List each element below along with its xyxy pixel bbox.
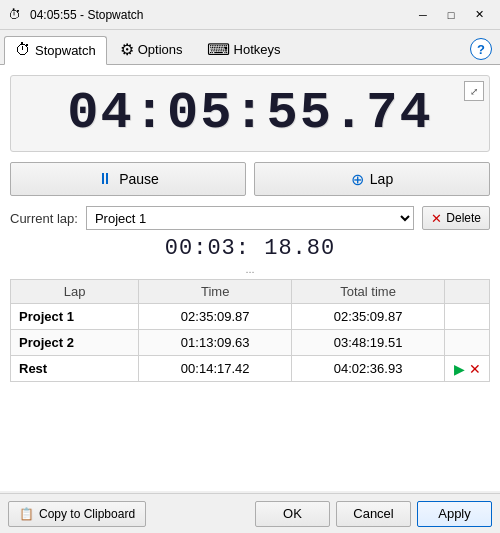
close-button[interactable]: ✕ <box>466 4 492 26</box>
cell-total-time: 04:02:36.93 <box>292 356 445 382</box>
app-icon: ⏱ <box>8 7 24 23</box>
lap-time-display: 00:03: 18.80 <box>10 236 490 261</box>
clipboard-label: Copy to Clipboard <box>39 507 135 521</box>
table-row: Rest00:14:17.4204:02:36.93▶✕ <box>11 356 490 382</box>
tab-bar: ⏱ Stopwatch ⚙ Options ⌨ Hotkeys ? <box>0 30 500 65</box>
dialog-buttons: OK Cancel Apply <box>255 501 492 527</box>
help-button[interactable]: ? <box>470 38 492 60</box>
pause-button[interactable]: ⏸ Pause <box>10 162 246 196</box>
cell-total-time: 02:35:09.87 <box>292 304 445 330</box>
options-tab-icon: ⚙ <box>120 40 134 59</box>
play-icon[interactable]: ▶ <box>454 361 465 377</box>
expand-button[interactable]: ⤢ <box>464 81 484 101</box>
main-time-display: 04:05:55.74 <box>67 84 432 143</box>
table-row: Project 102:35:09.8702:35:09.87 <box>11 304 490 330</box>
delete-icon: ✕ <box>431 211 442 226</box>
delete-label: Delete <box>446 211 481 225</box>
pause-icon: ⏸ <box>97 170 113 188</box>
col-actions <box>445 280 490 304</box>
lap-label: Lap <box>370 171 393 187</box>
delete-button[interactable]: ✕ Delete <box>422 206 490 230</box>
lap-dots: ... <box>10 263 490 275</box>
tab-options[interactable]: ⚙ Options <box>109 35 194 65</box>
tab-hotkeys-label: Hotkeys <box>234 42 281 57</box>
current-lap-label: Current lap: <box>10 211 78 226</box>
action-icons: ▶✕ <box>449 361 485 377</box>
cell-actions <box>445 330 490 356</box>
lap-button[interactable]: ⊕ Lap <box>254 162 490 196</box>
main-content: 04:05:55.74 ⤢ ⏸ Pause ⊕ Lap Current lap:… <box>0 65 500 491</box>
cell-total-time: 03:48:19.51 <box>292 330 445 356</box>
col-lap: Lap <box>11 280 139 304</box>
tab-stopwatch-label: Stopwatch <box>35 43 96 58</box>
title-bar-controls: ─ □ ✕ <box>410 4 492 26</box>
cell-time: 00:14:17.42 <box>139 356 292 382</box>
lap-icon: ⊕ <box>351 170 364 189</box>
bottom-bar: 📋 Copy to Clipboard OK Cancel Apply <box>0 493 500 533</box>
col-total: Total time <box>292 280 445 304</box>
pause-label: Pause <box>119 171 159 187</box>
cell-actions: ▶✕ <box>445 356 490 382</box>
time-display-container: 04:05:55.74 ⤢ <box>10 75 490 152</box>
current-lap-select[interactable]: Project 1 Project 2 Rest <box>86 206 414 230</box>
minimize-button[interactable]: ─ <box>410 4 436 26</box>
cell-actions <box>445 304 490 330</box>
cell-lap-name: Rest <box>11 356 139 382</box>
current-lap-row: Current lap: Project 1 Project 2 Rest ✕ … <box>10 206 490 230</box>
title-bar-text: 04:05:55 - Stopwatch <box>30 8 410 22</box>
lap-table: Lap Time Total time Project 102:35:09.87… <box>10 279 490 382</box>
tab-stopwatch[interactable]: ⏱ Stopwatch <box>4 36 107 65</box>
ok-button[interactable]: OK <box>255 501 330 527</box>
table-header-row: Lap Time Total time <box>11 280 490 304</box>
cancel-button[interactable]: Cancel <box>336 501 411 527</box>
remove-icon[interactable]: ✕ <box>469 361 481 377</box>
table-row: Project 201:13:09.6303:48:19.51 <box>11 330 490 356</box>
copy-clipboard-button[interactable]: 📋 Copy to Clipboard <box>8 501 146 527</box>
maximize-button[interactable]: □ <box>438 4 464 26</box>
action-buttons-row: ⏸ Pause ⊕ Lap <box>10 162 490 196</box>
clipboard-icon: 📋 <box>19 507 34 521</box>
cell-lap-name: Project 1 <box>11 304 139 330</box>
cell-time: 02:35:09.87 <box>139 304 292 330</box>
apply-button[interactable]: Apply <box>417 501 492 527</box>
cell-lap-name: Project 2 <box>11 330 139 356</box>
hotkeys-tab-icon: ⌨ <box>207 40 230 59</box>
cell-time: 01:13:09.63 <box>139 330 292 356</box>
stopwatch-tab-icon: ⏱ <box>15 41 31 59</box>
tab-options-label: Options <box>138 42 183 57</box>
title-bar: ⏱ 04:05:55 - Stopwatch ─ □ ✕ <box>0 0 500 30</box>
col-time: Time <box>139 280 292 304</box>
tab-hotkeys[interactable]: ⌨ Hotkeys <box>196 35 292 65</box>
